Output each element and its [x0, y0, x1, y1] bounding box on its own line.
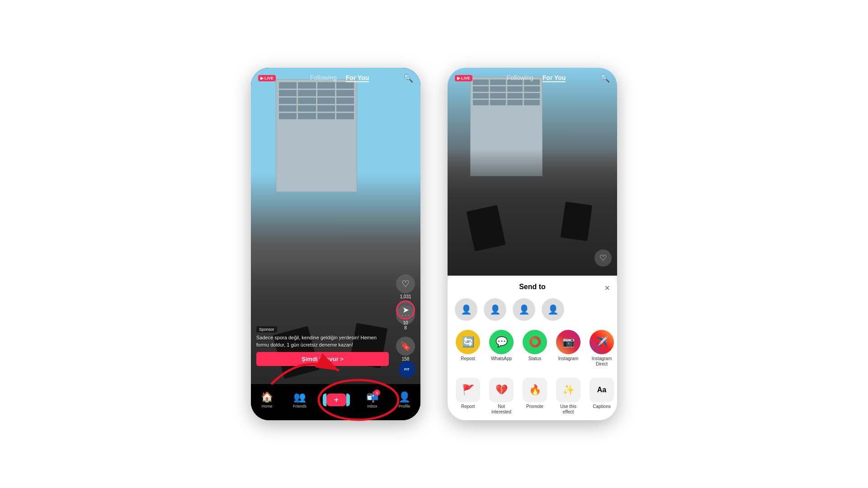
phone2: ▶ LIVE Following For You 🔍 ♡	[448, 68, 617, 420]
home-label: Home	[261, 404, 272, 408]
nav-profile[interactable]: 👤 Profile	[398, 391, 410, 408]
person1[interactable]: 👤	[455, 298, 477, 321]
person1-avatar: 👤	[455, 298, 477, 321]
people-row: 👤 👤 👤 👤	[448, 295, 617, 324]
phone2-screen: ▶ LIVE Following For You 🔍 ♡	[448, 68, 617, 420]
status-label: Status	[528, 356, 541, 361]
inbox-badge: 8	[374, 389, 380, 396]
share-repost[interactable]: 🔄 Repost	[455, 330, 481, 367]
not-interested-icon: 💔	[489, 378, 514, 402]
whatsapp-icon: 💬	[489, 330, 514, 354]
person2-avatar: 👤	[484, 298, 506, 321]
action-not-interested[interactable]: 💔 Not interested	[488, 378, 514, 415]
topbar-tabs: Following For You	[310, 74, 369, 82]
instagram-label: Instagram	[558, 356, 578, 361]
like-button[interactable]: ♡ 1,031	[396, 274, 415, 299]
search-icon[interactable]: 🔍	[403, 73, 413, 83]
action-row2: 🚩 Report 💔 Not interested 🔥 Promote ✨ Us…	[448, 374, 617, 418]
share-ig-direct[interactable]: ✈️ Instagram Direct	[589, 330, 615, 367]
share-count: 10	[396, 320, 415, 325]
ig-direct-label: Instagram Direct	[589, 356, 615, 367]
topbar1: ▶ LIVE Following For You 🔍	[251, 73, 420, 83]
video-section2: ▶ LIVE Following For You 🔍 ♡	[448, 68, 617, 276]
use-effect-label: Use this effect	[555, 404, 581, 415]
comment-count: 8	[404, 325, 407, 330]
share-status[interactable]: ⭕ Status	[522, 330, 548, 367]
bookmark-icon: 🔖	[396, 337, 415, 356]
report-label: Report	[461, 404, 475, 409]
action-report[interactable]: 🚩 Report	[455, 378, 481, 415]
captions-icon: Aa	[590, 378, 614, 402]
inbox-label: Inbox	[367, 404, 377, 408]
person3[interactable]: 👤	[513, 298, 535, 321]
for-you-tab[interactable]: For You	[346, 74, 369, 82]
following-tab2[interactable]: Following	[507, 74, 533, 82]
repost-icon: 🔄	[456, 330, 480, 354]
logo-circle: FIT	[399, 361, 415, 377]
following-tab[interactable]: Following	[310, 74, 337, 82]
right-actions2: ♡	[594, 249, 612, 267]
promote-icon: 🔥	[523, 378, 547, 402]
person2[interactable]: 👤	[484, 298, 506, 321]
person4-avatar: 👤	[542, 298, 564, 321]
for-you-tab2[interactable]: For You	[542, 74, 566, 82]
topbar2: ▶ LIVE Following For You 🔍	[448, 73, 617, 83]
not-interested-label: Not interested	[488, 404, 514, 415]
status-icon: ⭕	[523, 330, 547, 354]
like-icon: ♡	[396, 274, 415, 293]
share-icons-row: 🔄 Repost 💬 WhatsApp ⭕	[448, 326, 617, 374]
close-button[interactable]: ×	[604, 283, 610, 293]
share-header: Send to ×	[448, 276, 617, 295]
live-icon: ▶	[260, 76, 264, 80]
person3-avatar: 👤	[513, 298, 535, 321]
topbar2-tabs: Following For You	[507, 74, 566, 82]
share-title: Send to	[519, 283, 546, 291]
share-sheet: Send to × 👤 👤 👤 👤	[448, 276, 617, 420]
repost-label: Repost	[461, 356, 475, 361]
ig-direct-icon: ✈️	[590, 330, 614, 354]
profile-icon: 👤	[398, 391, 410, 403]
arrow-annotation	[267, 343, 348, 398]
report-icon: 🚩	[456, 378, 480, 402]
bookmark-button[interactable]: 🔖 158	[396, 337, 415, 361]
friends-label: Friends	[293, 404, 307, 408]
live-icon2: ▶	[457, 76, 460, 80]
main-container: ▶ LIVE Following For You 🔍 ♡ 1,031 ⋯ 8	[242, 59, 626, 429]
instagram-icon: 📷	[556, 330, 580, 354]
like-count: 1,031	[400, 294, 411, 299]
share-icon-circle: ➤	[396, 300, 415, 319]
profile-label: Profile	[399, 404, 410, 408]
share-whatsapp[interactable]: 💬 WhatsApp	[488, 330, 514, 367]
person4[interactable]: 👤	[542, 298, 564, 321]
sponsor-logo: FIT	[399, 361, 415, 377]
use-effect-icon: ✨	[556, 378, 580, 402]
action-use-effect[interactable]: ✨ Use this effect	[555, 378, 581, 415]
action-promote[interactable]: 🔥 Promote	[522, 378, 548, 415]
whatsapp-label: WhatsApp	[491, 356, 512, 361]
nav-inbox[interactable]: 📬 8 Inbox	[366, 391, 378, 408]
captions-label: Captions	[593, 404, 610, 409]
action-captions[interactable]: Aa Captions	[589, 378, 615, 415]
search-icon2[interactable]: 🔍	[600, 73, 610, 83]
share-instagram[interactable]: 📷 Instagram	[555, 330, 581, 367]
share-button[interactable]: ➤ 10	[396, 300, 415, 325]
live-badge: ▶ LIVE	[258, 75, 276, 81]
live-badge2: ▶ LIVE	[455, 75, 472, 81]
sponsor-tag: Sponsor	[256, 326, 277, 333]
promote-label: Promote	[526, 404, 543, 409]
like-icon2[interactable]: ♡	[594, 249, 612, 267]
